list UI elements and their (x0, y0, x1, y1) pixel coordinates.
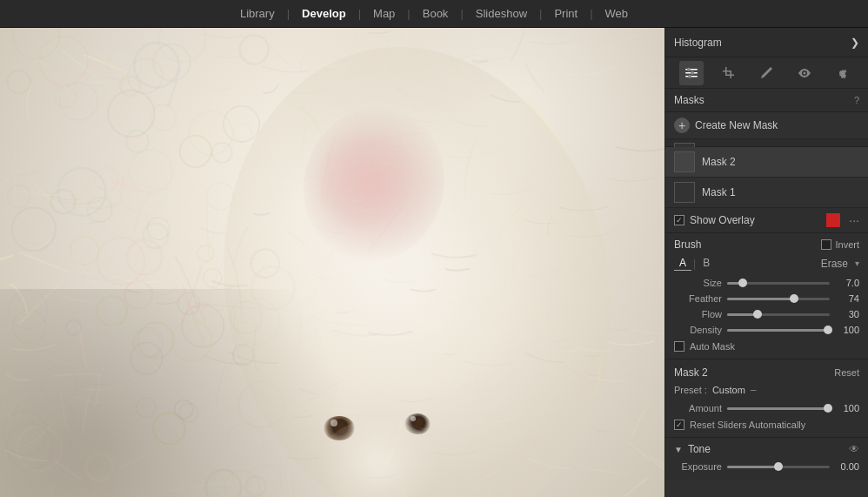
histogram-title: Histogram (674, 37, 722, 49)
mask2-settings-section: Mask 2 Reset Preset : Custom – Amount 10… (665, 359, 868, 438)
histogram-header: Histogram ❯ (665, 28, 868, 57)
size-slider-row: Size 7.0 (674, 275, 859, 291)
feather-label: Feather (674, 293, 722, 304)
amount-label: Amount (674, 403, 722, 413)
flow-slider-row: Flow 30 (674, 306, 859, 322)
mask-2-thumbnail (674, 151, 695, 172)
brush-title: Brush (674, 238, 701, 251)
amount-slider-fill (727, 407, 830, 410)
show-overlay-row: Show Overlay ··· (665, 208, 868, 233)
nav-item-print[interactable]: Print (542, 0, 590, 27)
exposure-slider-thumb[interactable] (774, 462, 783, 471)
invert-checkbox[interactable] (821, 239, 831, 250)
svg-point-5 (688, 74, 691, 77)
svg-point-6 (803, 71, 805, 74)
nav-item-web[interactable]: Web (593, 0, 641, 27)
feather-slider-thumb[interactable] (790, 294, 798, 303)
nav-item-map[interactable]: Map (361, 0, 407, 27)
auto-mask-checkbox[interactable] (674, 341, 684, 352)
brush-tool-icon[interactable] (754, 61, 778, 85)
flow-label: Flow (674, 309, 722, 319)
flow-slider-track[interactable] (727, 313, 830, 316)
invert-label: Invert (835, 239, 859, 250)
tone-collapse-icon[interactable]: ▼ (674, 445, 683, 454)
sliders-tool-icon[interactable] (679, 61, 704, 85)
mask2-reset-button[interactable]: Reset (834, 367, 859, 378)
reset-sliders-label: Reset Sliders Automatically (690, 420, 805, 430)
tone-section-header: ▼ Tone 👁 (674, 443, 859, 455)
brush-tab-separator: | (693, 258, 696, 270)
preset-dash: – (751, 384, 757, 396)
top-navigation: Library | Develop | Map | Book | Slidesh… (0, 0, 868, 28)
brush-tab-b[interactable]: B (698, 256, 715, 271)
show-overlay-label: Show Overlay (690, 214, 821, 226)
feather-slider-row: Feather 74 (674, 291, 859, 306)
gear-tool-icon[interactable] (830, 61, 854, 85)
exposure-slider-row: Exposure 0.00 (674, 459, 859, 474)
tone-visibility-icon[interactable]: 👁 (849, 443, 859, 455)
nav-item-develop[interactable]: Develop (290, 0, 358, 27)
exposure-slider-fill (727, 466, 778, 468)
crop-tool-icon[interactable] (717, 61, 741, 85)
exposure-label: Exposure (674, 461, 722, 472)
auto-mask-row: Auto Mask (674, 338, 859, 353)
exposure-value: 0.00 (835, 461, 859, 472)
erase-button[interactable]: Erase (821, 258, 848, 270)
eye-tool-icon[interactable] (792, 61, 817, 85)
preset-label: Preset : (674, 385, 707, 395)
reset-sliders-row: Reset Sliders Automatically (674, 416, 859, 432)
preset-value-dropdown[interactable]: Custom (712, 385, 745, 395)
density-slider-fill (727, 329, 830, 332)
amount-value: 100 (835, 403, 859, 413)
nav-item-library[interactable]: Library (228, 0, 287, 27)
create-new-mask-button[interactable]: + Create New Mask (665, 112, 868, 139)
mask-item-1[interactable]: Mask 1 (665, 178, 868, 208)
tone-title: Tone (688, 443, 844, 455)
photo-area (0, 28, 664, 497)
exposure-slider-track[interactable] (727, 466, 830, 468)
brush-tabs: A | B (674, 256, 715, 271)
erase-dropdown-icon[interactable]: ▾ (855, 259, 859, 268)
flow-value: 30 (835, 309, 859, 319)
tool-icons-bar (665, 57, 868, 89)
masks-title: Masks (674, 94, 704, 106)
mask2-settings-title: Mask 2 (674, 366, 708, 379)
show-overlay-checkbox[interactable] (674, 215, 684, 225)
flow-slider-thumb[interactable] (753, 310, 762, 319)
feather-slider-track[interactable] (727, 298, 830, 300)
nav-item-slideshow[interactable]: Slideshow (464, 0, 539, 27)
masks-section-header: Masks ? (665, 89, 868, 112)
mask-1-thumbnail (674, 182, 695, 203)
size-slider-thumb[interactable] (738, 279, 747, 287)
density-label: Density (674, 325, 722, 335)
mask-item-2[interactable]: Mask 2 (665, 147, 868, 178)
svg-point-4 (691, 71, 694, 74)
size-label: Size (674, 278, 722, 288)
mask2-settings-header: Mask 2 Reset (674, 366, 859, 379)
amount-slider-track[interactable] (727, 407, 830, 410)
histogram-expand-icon[interactable]: ❯ (851, 37, 859, 49)
photo-canvas (0, 28, 664, 497)
auto-mask-label: Auto Mask (690, 341, 735, 352)
panel-content: Masks ? + Create New Mask Mask 2 Mask 1 (665, 89, 868, 497)
amount-slider-thumb[interactable] (824, 404, 832, 413)
feather-slider-fill (727, 298, 794, 300)
amount-slider-row: Amount 100 (674, 400, 859, 416)
brush-tab-a[interactable]: A (674, 256, 691, 271)
overlay-color-swatch[interactable] (826, 213, 840, 227)
density-slider-thumb[interactable] (824, 326, 832, 334)
density-slider-track[interactable] (727, 329, 830, 332)
masks-help-icon[interactable]: ? (854, 95, 859, 105)
overlay-options-button[interactable]: ··· (849, 213, 859, 227)
density-slider-row: Density 100 (674, 322, 859, 338)
nav-item-book[interactable]: Book (411, 0, 461, 27)
main-area: Histogram ❯ (0, 28, 868, 497)
tone-section: ▼ Tone 👁 Exposure 0.00 (665, 438, 868, 480)
reset-sliders-checkbox[interactable] (674, 420, 684, 430)
brush-header-row: Brush Invert (674, 238, 859, 251)
svg-point-3 (687, 67, 691, 71)
brush-section: Brush Invert A | B Erase (665, 233, 868, 359)
size-slider-track[interactable] (727, 282, 830, 285)
size-value: 7.0 (835, 278, 859, 288)
mask-2-label: Mask 2 (702, 156, 859, 168)
